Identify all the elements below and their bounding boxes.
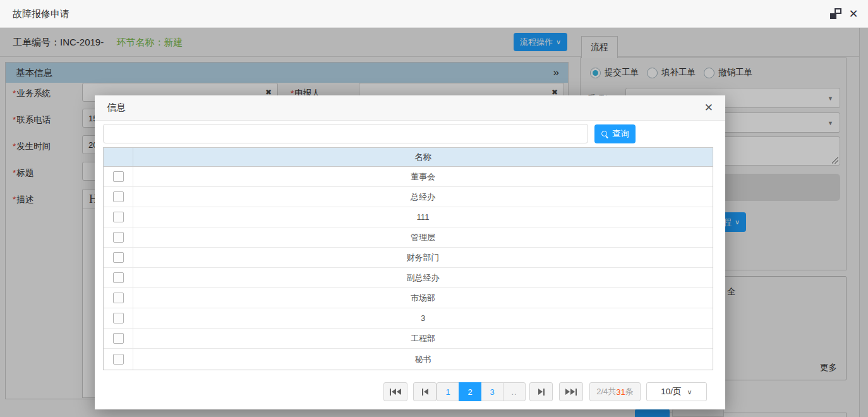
table-header-row: 名称 [104,148,713,167]
prev-page-button[interactable] [413,382,437,401]
dialog-header: 信息 ✕ [95,95,725,121]
row-name: 管理层 [133,227,713,247]
row-checkbox[interactable] [113,272,124,283]
row-name: 秘书 [133,349,713,370]
row-name: 3 [133,308,713,328]
name-column-header: 名称 [133,148,713,166]
checkbox-column-header [104,148,133,166]
window-title: 故障报修申请 [13,0,69,28]
next-page-button[interactable] [529,382,553,401]
close-window-icon[interactable]: ✕ [848,8,859,20]
dialog-close-icon[interactable]: ✕ [704,102,713,113]
table-row[interactable]: 工程部 [104,329,713,349]
table-row[interactable]: 董事会 [104,167,713,187]
row-checkbox[interactable] [113,252,124,263]
row-name: 董事会 [133,167,713,186]
row-checkbox[interactable] [113,293,124,303]
search-input[interactable] [103,124,588,143]
page-button-1[interactable]: 1 [437,382,459,401]
first-page-button[interactable] [383,382,407,401]
table-row[interactable]: 副总经办 [104,268,713,288]
search-icon [601,130,609,138]
row-name: 财务部门 [133,248,713,267]
row-checkbox[interactable] [113,313,124,323]
row-checkbox[interactable] [113,212,124,222]
info-dialog: 信息 ✕ 查询 名称 董事会 总经办 111 管理层 财务部门 副总经办 市场部… [95,95,725,409]
table-row[interactable]: 3 [104,308,713,329]
row-checkbox[interactable] [113,191,124,202]
page-button-3[interactable]: 3 [481,382,503,401]
search-button[interactable]: 查询 [594,124,636,143]
page-button-2-active[interactable]: 2 [459,382,481,401]
row-name: 市场部 [133,288,713,308]
table-row[interactable]: 111 [104,207,713,227]
row-checkbox[interactable] [113,171,124,182]
table-row[interactable]: 管理层 [104,227,713,248]
window-titlebar: 故障报修申请 ✕ [0,0,868,28]
row-name: 总经办 [133,187,713,207]
table-row[interactable]: 市场部 [104,288,713,308]
info-table: 名称 董事会 总经办 111 管理层 财务部门 副总经办 市场部 3 工程部 秘… [103,147,713,370]
table-row[interactable]: 秘书 [104,349,713,370]
table-row[interactable]: 总经办 [104,187,713,207]
row-name: 工程部 [133,329,713,348]
pagination-bar: 1 2 3 .. 2/4共31条 10/页∨ [383,382,707,401]
row-name: 副总经办 [133,268,713,287]
dialog-title: 信息 [107,102,126,114]
row-name: 111 [133,207,713,227]
chevron-down-icon: ∨ [687,388,692,396]
row-checkbox[interactable] [113,333,124,344]
page-ellipsis-button[interactable]: .. [503,382,526,401]
search-button-label: 查询 [612,128,629,140]
row-checkbox[interactable] [113,354,124,365]
restore-window-icon[interactable] [830,8,841,20]
pagination-info: 2/4共31条 [589,382,641,401]
last-page-button[interactable] [559,382,583,401]
table-row[interactable]: 财务部门 [104,248,713,268]
row-checkbox[interactable] [113,232,124,243]
page-size-select[interactable]: 10/页∨ [646,382,707,401]
